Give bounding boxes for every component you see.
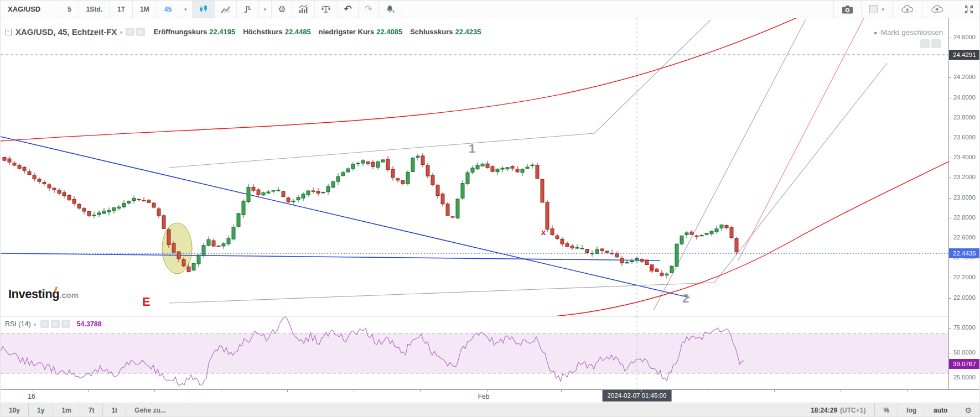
goto-date-button[interactable]: Gehe zu... bbox=[126, 403, 174, 417]
chart-title: XAG/USD, 45, Echtzeit-FX bbox=[15, 27, 117, 37]
chart-tool-buttons: ⚙↶↷+ bbox=[272, 1, 402, 18]
scroll-down-icon[interactable]: ↓ bbox=[920, 39, 930, 48]
eye-icon[interactable]: ◎ bbox=[126, 28, 134, 36]
step-chart-icon[interactable] bbox=[237, 1, 259, 18]
time-tick bbox=[488, 390, 488, 392]
time-tick bbox=[708, 390, 708, 392]
undo-icon[interactable]: ↶ bbox=[338, 1, 358, 18]
high-label: Höchstkurs bbox=[243, 28, 283, 36]
close-value: 22.4235 bbox=[455, 28, 481, 36]
redo-icon[interactable]: ↷ bbox=[359, 1, 379, 18]
trendline-blue bbox=[1, 137, 689, 298]
time-tick bbox=[420, 390, 421, 392]
price-tick-label: 23.4000 bbox=[949, 154, 976, 160]
settings-gear-icon[interactable]: ⚙ bbox=[272, 1, 292, 18]
time-tick bbox=[907, 390, 908, 392]
rsi-header: RSI (14) ▾ ◎ ⚙ ✕ 54.3788 bbox=[5, 320, 102, 328]
range-buttons: 10y1y1m7t1t Gehe zu... bbox=[1, 403, 174, 417]
price-chart[interactable]: E12xx bbox=[1, 18, 948, 316]
clock: 18:24:29(UTC+1) bbox=[802, 406, 874, 414]
interval-dropdown-icon[interactable]: ▾ bbox=[179, 1, 193, 18]
price-badge: 24.4291 bbox=[949, 50, 980, 60]
time-axis[interactable]: 2024-02-07 01:45:00 16Feb bbox=[1, 389, 979, 403]
rsi-tick-label: 75.0000 bbox=[949, 324, 976, 331]
gear-icon[interactable]: ⚙ bbox=[136, 28, 145, 36]
camera-icon[interactable] bbox=[833, 1, 861, 18]
mode-button-log[interactable]: log bbox=[898, 403, 925, 417]
price-tick-label: 24.0000 bbox=[949, 94, 976, 101]
line-chart-icon[interactable] bbox=[215, 1, 237, 18]
time-tick bbox=[641, 390, 642, 392]
price-tick-label: 23.6000 bbox=[949, 134, 976, 140]
time-tick bbox=[154, 390, 155, 392]
price-tick-label: 22.2000 bbox=[949, 274, 976, 280]
symbol-button[interactable]: XAG/USD bbox=[1, 1, 60, 18]
compare-scales-icon[interactable] bbox=[315, 1, 338, 18]
ohlc-readout: Eröffnungskurs22.4195Höchstkurs22.4485ni… bbox=[153, 28, 481, 36]
fullscreen-icon[interactable] bbox=[952, 1, 979, 18]
price-tick-label: 23.2000 bbox=[949, 174, 976, 180]
investing-logo: Investing.com bbox=[8, 287, 79, 301]
top-toolbar-right: ▾ bbox=[833, 1, 979, 18]
axis-settings-gear-icon[interactable]: ⚙ bbox=[956, 406, 979, 415]
collapse-pane-icon[interactable]: − bbox=[5, 29, 12, 35]
low-label: niedrigster Kurs bbox=[319, 28, 374, 36]
range-button-7t[interactable]: 7t bbox=[80, 403, 103, 417]
chevron-down-icon[interactable]: ▾ bbox=[120, 29, 122, 35]
mode-button-%[interactable]: % bbox=[874, 403, 898, 417]
close-label: Schlusskurs bbox=[410, 28, 453, 36]
price-tick-label: 23.0000 bbox=[949, 194, 976, 201]
interval-button-5[interactable]: 5 bbox=[60, 1, 79, 18]
price-badge: 22.4435 bbox=[949, 248, 980, 258]
top-toolbar-left: XAG/USD 51Std.1T1M45▾ ▾ ⚙↶↷+ bbox=[1, 1, 402, 18]
annotation-label: x bbox=[541, 227, 546, 237]
interval-button-45[interactable]: 45 bbox=[157, 1, 179, 18]
eye-icon[interactable]: ◎ bbox=[40, 320, 49, 328]
trendcurve-red bbox=[1, 18, 814, 141]
range-button-10y[interactable]: 10y bbox=[1, 403, 29, 417]
trendline-blue bbox=[1, 253, 660, 260]
rsi-chart[interactable] bbox=[1, 316, 948, 389]
range-button-1m[interactable]: 1m bbox=[53, 403, 80, 417]
time-tick bbox=[33, 390, 33, 392]
interval-button-1std.[interactable]: 1Std. bbox=[79, 1, 110, 18]
interval-buttons: 51Std.1T1M45▾ bbox=[60, 1, 193, 18]
logo-tld: .com bbox=[59, 290, 79, 300]
close-icon[interactable]: ✕ bbox=[61, 320, 70, 328]
candlestick-icon[interactable] bbox=[193, 1, 215, 18]
gear-icon[interactable]: ⚙ bbox=[51, 320, 60, 328]
chart-type-dropdown-icon[interactable]: ▾ bbox=[259, 1, 272, 18]
time-tick bbox=[841, 390, 841, 392]
time-label: 16 bbox=[28, 393, 35, 400]
cloud-download-icon[interactable] bbox=[892, 1, 922, 18]
annotation-label: 2 bbox=[682, 291, 689, 305]
bottom-toolbar-right: 18:24:29(UTC+1) %logauto ⚙ bbox=[802, 403, 979, 417]
low-value: 22.4085 bbox=[376, 28, 402, 36]
trendline-grey bbox=[169, 63, 887, 303]
mode-button-auto[interactable]: auto bbox=[925, 403, 956, 417]
highlight-ellipse bbox=[162, 223, 192, 274]
layout-square-icon[interactable]: ▾ bbox=[861, 1, 892, 18]
price-tick-label: 22.0000 bbox=[949, 294, 976, 301]
rsi-band bbox=[1, 333, 948, 373]
auto-fit-icon[interactable]: ↕ bbox=[931, 39, 941, 48]
indicators-icon[interactable] bbox=[292, 1, 315, 18]
range-button-1t[interactable]: 1t bbox=[103, 403, 126, 417]
interval-button-1m[interactable]: 1M bbox=[133, 1, 157, 18]
price-axis[interactable]: 24.600024.200024.000023.800023.600023.40… bbox=[948, 18, 980, 389]
range-button-1y[interactable]: 1y bbox=[29, 403, 53, 417]
interval-button-1t[interactable]: 1T bbox=[110, 1, 133, 18]
cloud-upload-icon[interactable] bbox=[922, 1, 952, 18]
alert-add-icon[interactable]: + bbox=[379, 1, 402, 18]
time-tick bbox=[354, 390, 354, 392]
status-dot-icon: ● bbox=[874, 29, 878, 36]
rsi-value: 54.3788 bbox=[77, 320, 102, 328]
annotation-label: E bbox=[142, 295, 151, 309]
time-tick bbox=[561, 390, 562, 392]
rsi-tick-label: 25.0000 bbox=[949, 374, 976, 380]
chevron-down-icon[interactable]: ▾ bbox=[34, 321, 37, 327]
time-tick bbox=[221, 390, 221, 392]
time-tick bbox=[774, 390, 775, 392]
chart-legend: − XAG/USD, 45, Echtzeit-FX ▾ ◎ ⚙ Eröffnu… bbox=[5, 27, 481, 37]
time-label: Feb bbox=[478, 393, 490, 400]
